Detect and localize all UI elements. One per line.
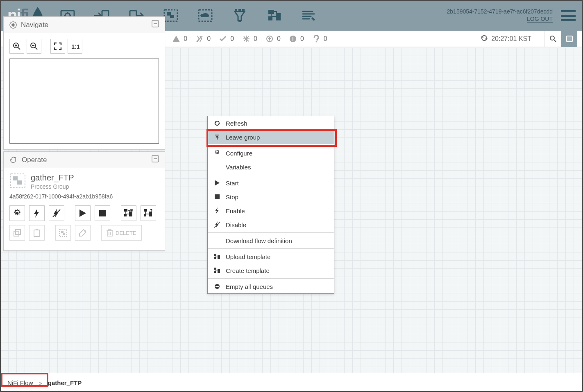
play-icon [213, 180, 221, 186]
svg-rect-13 [235, 9, 237, 11]
refresh-icon [213, 120, 221, 126]
ctx-stop[interactable]: Stop [208, 190, 334, 204]
svg-rect-94 [214, 271, 216, 273]
disable-button[interactable] [49, 205, 64, 221]
zoom-out-button[interactable] [27, 39, 41, 54]
navigate-panel: Navigate 1:1 [3, 16, 165, 150]
svg-rect-75 [34, 230, 40, 237]
bulletin-icon [289, 35, 297, 43]
actual-size-button[interactable]: 1:1 [68, 39, 82, 54]
template-tool-icon[interactable] [265, 7, 283, 25]
refresh-icon[interactable] [481, 34, 488, 43]
zoom-in-button[interactable] [9, 39, 24, 54]
create-template-button[interactable] [121, 205, 136, 221]
ctx-leave-group[interactable]: Leave group [208, 130, 334, 144]
ctx-disable-label: Disable [226, 221, 246, 228]
svg-rect-92 [218, 255, 220, 259]
remote-process-group-tool-icon[interactable] [196, 7, 214, 25]
stop-button[interactable] [95, 205, 110, 221]
gear-icon [213, 150, 221, 156]
ctx-upload-template[interactable]: Upload template [208, 250, 334, 264]
question-count: 0 [324, 35, 327, 43]
session-id: 2b159054-7152-4719-ae7f-ac6f207decdd [447, 8, 553, 15]
search-button[interactable] [544, 31, 561, 47]
delete-label: DELETE [116, 230, 136, 236]
ctx-disable[interactable]: Disable [208, 218, 334, 232]
process-group-icon [9, 173, 26, 190]
ctx-start[interactable]: Start [208, 176, 334, 190]
svg-line-53 [35, 47, 37, 50]
ctx-upload-label: Upload template [226, 253, 270, 260]
svg-rect-93 [214, 268, 216, 270]
timestamp: 20:27:01 KST [491, 35, 531, 43]
svg-rect-59 [13, 176, 18, 180]
bolt-icon [213, 207, 221, 214]
navigate-title: Navigate [21, 21, 48, 29]
paste-button [29, 225, 45, 241]
chevron-right-icon: » [39, 379, 42, 386]
svg-rect-83 [109, 230, 111, 231]
svg-rect-14 [238, 9, 241, 11]
fit-button[interactable] [50, 39, 65, 54]
enable-button[interactable] [29, 205, 45, 221]
svg-rect-20 [561, 10, 576, 12]
svg-rect-88 [215, 194, 220, 199]
svg-rect-65 [124, 214, 127, 216]
stop-icon [213, 194, 221, 199]
svg-rect-72 [149, 212, 152, 216]
svg-rect-11 [170, 15, 174, 18]
start-button[interactable] [75, 205, 91, 221]
svg-rect-71 [144, 214, 146, 216]
svg-rect-66 [129, 212, 132, 216]
ctx-refresh[interactable]: Refresh [208, 116, 334, 130]
ctx-create-template[interactable]: Create template [208, 264, 334, 277]
svg-rect-60 [17, 180, 22, 185]
minus-circle-icon [213, 284, 221, 289]
ctx-create-label: Create template [226, 267, 270, 274]
operate-title: Operate [22, 156, 47, 164]
ctx-variables[interactable]: Variables [208, 160, 334, 174]
copy-button [9, 225, 25, 241]
hand-icon [9, 156, 18, 164]
svg-text:1:1: 1:1 [71, 43, 79, 50]
check-icon [219, 35, 227, 43]
ok-count: 0 [230, 35, 234, 43]
breadcrumb-root[interactable]: NiFi Flow [7, 379, 33, 386]
collapse-icon[interactable] [152, 155, 159, 164]
svg-rect-21 [561, 15, 576, 17]
ctx-download-flow[interactable]: Download flow definition [208, 234, 334, 248]
label-tool-icon[interactable] [299, 7, 318, 25]
breadcrumb-current: gather_FTP [48, 379, 82, 386]
svg-rect-91 [214, 257, 216, 259]
svg-rect-44 [567, 36, 572, 42]
collapse-icon[interactable] [152, 20, 159, 29]
ctx-configure-label: Configure [226, 150, 252, 157]
svg-rect-38 [293, 37, 293, 40]
arrow-up-icon [265, 35, 274, 43]
invalid-count: 0 [184, 35, 187, 43]
svg-line-42 [554, 40, 556, 42]
svg-rect-17 [268, 10, 274, 14]
upload-template-button[interactable] [141, 205, 156, 221]
svg-rect-15 [242, 9, 245, 11]
disabled-count: 0 [207, 35, 211, 43]
ctx-variables-label: Variables [226, 164, 251, 171]
ctx-configure[interactable]: Configure [208, 146, 334, 160]
birdseye-view[interactable] [9, 59, 159, 144]
svg-rect-74 [16, 230, 20, 234]
bulletin-board-button[interactable] [561, 31, 577, 47]
group-button [55, 225, 71, 241]
svg-rect-95 [218, 269, 220, 273]
svg-rect-39 [293, 40, 293, 41]
ctx-enable[interactable]: Enable [208, 204, 334, 218]
ctx-empty-label: Empty all queues [226, 283, 273, 290]
logout-link[interactable]: LOG OUT [527, 16, 553, 23]
ctx-empty-queues[interactable]: Empty all queues [208, 279, 334, 293]
version-stale-count: 0 [277, 35, 281, 43]
svg-rect-90 [214, 254, 216, 256]
operate-group-name: gather_FTP [31, 173, 74, 182]
funnel-tool-icon[interactable] [231, 7, 249, 25]
hamburger-menu-icon[interactable] [561, 9, 576, 22]
configure-button[interactable] [9, 205, 25, 221]
context-menu: Refresh Leave group Configure Variables … [207, 116, 334, 294]
